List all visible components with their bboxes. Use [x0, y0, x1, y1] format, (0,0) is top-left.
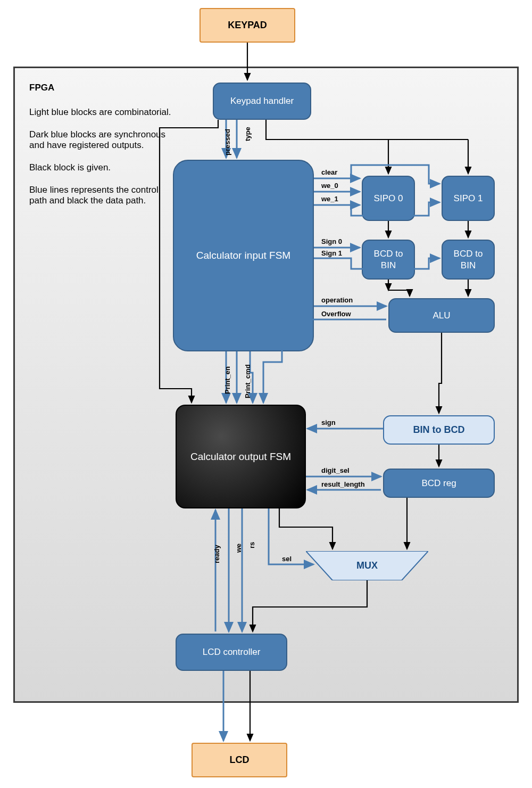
lbl-sign: sign	[321, 418, 336, 426]
legend-p2: Dark blue blocks are synchronous and hav…	[29, 129, 176, 151]
lbl-we1: we_1	[321, 195, 338, 203]
bin-to-bcd: BIN to BCD	[383, 415, 495, 445]
lbl-sign0: Sign 0	[321, 237, 342, 245]
lbl-operation: operation	[321, 296, 353, 304]
calc-output-fsm: Calculator output FSM	[176, 405, 306, 508]
lbl-we: we	[235, 544, 243, 553]
bcd-to-bin-1: BCD to BIN	[442, 240, 495, 280]
lbl-pressed: pressed	[223, 129, 231, 155]
legend-p1: Light blue blocks are combinatorial.	[29, 107, 176, 118]
lbl-digit-sel: digit_sel	[321, 466, 350, 474]
legend-text: FPGA Light blue blocks are combinatorial…	[29, 83, 176, 218]
calc-input-fsm: Calculator input FSM	[173, 160, 314, 351]
lbl-clear: clear	[321, 168, 337, 176]
sipo-1: SIPO 1	[442, 176, 495, 221]
lbl-overflow: Overflow	[321, 310, 351, 318]
lcd-block: LCD	[192, 743, 287, 777]
lbl-print-cmd: Print_cmd	[244, 364, 252, 398]
alu: ALU	[388, 298, 495, 333]
sipo-0: SIPO 0	[362, 176, 415, 221]
lbl-type: type	[244, 127, 252, 141]
diagram-canvas: FPGA Light blue blocks are combinatorial…	[0, 0, 532, 788]
lbl-result-length: result_length	[321, 480, 365, 488]
legend-title: FPGA	[29, 83, 176, 93]
lbl-sign1: Sign 1	[321, 249, 342, 257]
keypad-block: KEYPAD	[200, 8, 295, 43]
lcd-controller: LCD controller	[176, 634, 287, 671]
lbl-print-en: Print_en	[223, 366, 231, 394]
bcd-reg: BCD reg	[383, 469, 495, 498]
lbl-we0: we_0	[321, 182, 338, 190]
lbl-ready: ready	[213, 545, 221, 563]
lbl-sel: sel	[282, 555, 292, 563]
keypad-handler: Keypad handler	[213, 83, 311, 120]
bcd-to-bin-0: BCD to BIN	[362, 240, 415, 280]
legend-p4: Blue lines represents the control path a…	[29, 185, 176, 206]
legend-p3: Black block is given.	[29, 162, 176, 173]
mux-label: MUX	[306, 551, 428, 580]
lbl-rs: rs	[248, 542, 256, 548]
mux: MUX	[306, 551, 428, 580]
